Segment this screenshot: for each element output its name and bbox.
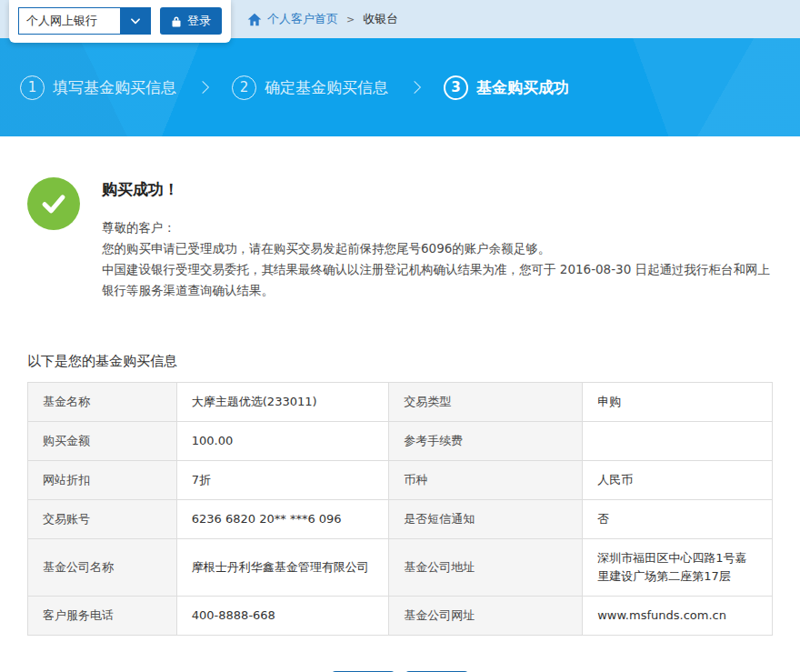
cell-label: 客户服务电话 (28, 597, 177, 636)
breadcrumb-separator: > (346, 14, 355, 25)
step-2-confirm-info: 2 确定基金购买信息 (232, 75, 388, 100)
cell-value: 否 (583, 500, 773, 539)
table-row: 客户服务电话 400-8888-668 基金公司网址 www.msfunds.c… (28, 597, 773, 636)
purchase-info-table: 基金名称 大摩主题优选(233011) 交易类型 申购 购买金额 100.00 … (27, 382, 773, 636)
step-separator-icon (196, 81, 209, 94)
home-icon (247, 13, 262, 26)
step-3-label: 基金购买成功 (476, 77, 569, 98)
cell-label: 币种 (389, 461, 583, 500)
success-line-accepted: 您的购买申请已受理成功，请在购买交易发起前保持您尾号6096的账户余额足够。 (102, 238, 773, 259)
breadcrumb: 个人客户首页 > 收银台 (247, 0, 800, 38)
step-2-label: 确定基金购买信息 (265, 77, 388, 98)
cell-label: 购买金额 (28, 422, 177, 461)
steps-banner: 1 填写基金购买信息 2 确定基金购买信息 3 基金购买成功 (0, 38, 800, 136)
cell-value (583, 422, 773, 461)
login-button-label: 登录 (187, 13, 211, 29)
table-row: 购买金额 100.00 参考手续费 (28, 422, 773, 461)
cell-value: 6236 6820 20** ***6 096 (176, 500, 388, 539)
breadcrumb-current: 收银台 (363, 11, 398, 27)
page: 个人网上银行 登录 个人客户首页 > 收银台 (0, 0, 800, 672)
cell-label: 基金公司地址 (389, 539, 583, 597)
table-row: 基金公司名称 摩根士丹利华鑫基金管理有限公司 基金公司地址 深圳市福田区中心四路… (28, 539, 773, 597)
cell-label: 基金公司名称 (28, 539, 177, 597)
cell-label: 基金名称 (28, 383, 177, 422)
cell-label: 参考手续费 (389, 422, 583, 461)
table-row: 网站折扣 7折 币种 人民币 (28, 461, 773, 500)
breadcrumb-home-label: 个人客户首页 (267, 11, 338, 27)
breadcrumb-home-link[interactable]: 个人客户首页 (247, 11, 338, 27)
success-line-salutation: 尊敬的客户： (102, 217, 773, 238)
success-check-icon (27, 177, 80, 230)
main-content: 购买成功！ 尊敬的客户： 您的购买申请已受理成功，请在购买交易发起前保持您尾号6… (0, 174, 800, 672)
cell-label: 交易账号 (28, 500, 177, 539)
cell-value: 7折 (176, 461, 388, 500)
login-panel: 个人网上银行 登录 (9, 0, 231, 43)
purchase-info-title: 以下是您的基金购买信息 (27, 353, 773, 370)
cell-value: 400-8888-668 (176, 597, 388, 636)
cell-label: 网站折扣 (28, 461, 177, 500)
top-bar: 个人网上银行 登录 个人客户首页 > 收银台 (0, 0, 800, 38)
step-3-success: 3 基金购买成功 (444, 75, 569, 100)
step-1-number: 1 (20, 75, 45, 100)
cell-value: 申购 (583, 383, 773, 422)
cell-label: 交易类型 (389, 383, 583, 422)
step-separator-icon (408, 81, 421, 94)
step-1-fill-info: 1 填写基金购买信息 (20, 75, 176, 100)
cell-value: 深圳市福田区中心四路1号嘉里建设广场第二座第17层 (583, 539, 773, 597)
lock-icon (171, 15, 182, 27)
cell-value: 摩根士丹利华鑫基金管理有限公司 (176, 539, 388, 597)
step-3-number: 3 (444, 75, 468, 100)
cell-label: 基金公司网址 (389, 597, 583, 636)
login-button[interactable]: 登录 (160, 7, 222, 35)
channel-dropdown[interactable]: 个人网上银行 (18, 7, 151, 35)
success-title: 购买成功！ (102, 179, 773, 200)
cell-value: 大摩主题优选(233011) (176, 383, 388, 422)
table-row: 基金名称 大摩主题优选(233011) 交易类型 申购 (28, 383, 773, 422)
cell-value: www.msfunds.com.cn (583, 597, 773, 636)
success-line-confirmation: 中国建设银行受理交易委托，其结果最终确认以注册登记机构确认结果为准，您可于 20… (102, 259, 773, 301)
channel-dropdown-value: 个人网上银行 (18, 7, 120, 35)
success-message-text: 购买成功！ 尊敬的客户： 您的购买申请已受理成功，请在购买交易发起前保持您尾号6… (102, 174, 773, 301)
cell-label: 是否短信通知 (389, 500, 583, 539)
cell-value: 100.00 (176, 422, 388, 461)
table-row: 交易账号 6236 6820 20** ***6 096 是否短信通知 否 (28, 500, 773, 539)
step-2-number: 2 (232, 75, 256, 100)
chevron-down-icon[interactable] (120, 7, 151, 35)
cell-value: 人民币 (583, 461, 773, 500)
success-message-block: 购买成功！ 尊敬的客户： 您的购买申请已受理成功，请在购买交易发起前保持您尾号6… (27, 174, 773, 301)
step-1-label: 填写基金购买信息 (53, 77, 176, 98)
